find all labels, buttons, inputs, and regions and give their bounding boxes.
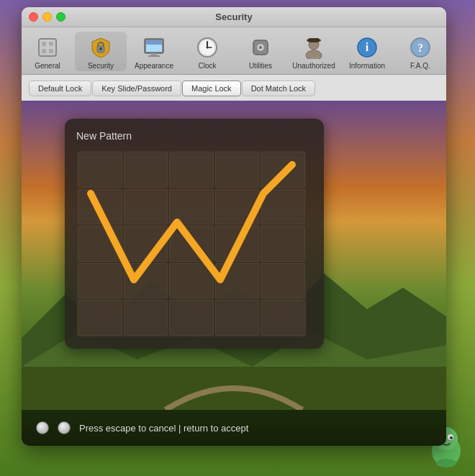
svg-rect-16 (146, 40, 162, 45)
minimize-button[interactable] (42, 12, 52, 22)
maximize-button[interactable] (56, 12, 65, 22)
grid-cell (261, 300, 305, 336)
tab-default-lock[interactable]: Default Lock (29, 81, 91, 96)
grid-cell (215, 263, 260, 299)
titlebar: Security (22, 7, 446, 27)
toolbar-item-unauthorized[interactable]: Unauthorized (288, 32, 340, 71)
security-icon (88, 35, 114, 60)
information-icon: i (354, 35, 380, 60)
svg-point-5 (450, 436, 453, 439)
status-dot-2 (58, 421, 71, 434)
status-text: Press escape to cancel | return to accep… (79, 423, 248, 434)
unauthorized-icon (301, 35, 327, 60)
pattern-panel: New Pattern (65, 119, 324, 349)
grid-cell (169, 189, 214, 225)
toolbar-item-information[interactable]: i Information (341, 32, 393, 71)
toolbar-item-security[interactable]: Security (75, 32, 127, 71)
svg-point-28 (306, 50, 322, 59)
svg-point-6 (436, 459, 456, 467)
grid-cell (78, 226, 122, 262)
clock-icon (194, 35, 220, 60)
main-window: Security General (22, 7, 446, 446)
grid-cell (124, 263, 168, 299)
toolbar-label-security: Security (88, 62, 114, 70)
grid-cell (169, 226, 214, 262)
grid-cell (169, 300, 214, 336)
svg-text:?: ? (417, 42, 423, 54)
svg-rect-9 (49, 42, 53, 46)
grid-cell (215, 226, 260, 262)
appearance-icon (141, 35, 167, 60)
general-icon (35, 35, 60, 60)
grid-cell (78, 189, 122, 225)
toolbar-label-general: General (35, 62, 60, 70)
toolbar-label-clock: Clock (198, 62, 216, 70)
svg-point-26 (259, 46, 262, 49)
toolbar-label-utilities: Utilities (249, 62, 272, 70)
grid-cell (124, 152, 168, 188)
svg-rect-30 (309, 38, 319, 42)
tab-magic-lock[interactable]: Magic Lock (182, 81, 241, 96)
grid-cell (215, 300, 260, 336)
close-button[interactable] (29, 12, 38, 22)
toolbar-item-faq[interactable]: ? F.A.Q. (394, 32, 446, 71)
window-title: Security (215, 12, 252, 22)
grid-cell (261, 263, 305, 299)
grid-cell (124, 300, 168, 336)
tab-key-slide[interactable]: Key Slide/Password (92, 81, 181, 96)
window-controls (29, 12, 65, 22)
content-area: New Pattern (22, 101, 446, 446)
toolbar-label-unauthorized: Unauthorized (292, 62, 335, 70)
svg-rect-18 (148, 55, 160, 57)
status-dot-1 (36, 421, 49, 434)
svg-text:i: i (366, 41, 369, 53)
toolbar-label-faq: F.A.Q. (410, 62, 430, 70)
pattern-grid (76, 150, 307, 337)
toolbar-label-information: Information (349, 62, 385, 70)
tab-dot-match-lock[interactable]: Dot Match Lock (242, 81, 315, 96)
grid-cell (169, 263, 214, 299)
grid-cell (261, 226, 305, 262)
pattern-title: New Pattern (76, 130, 312, 142)
svg-rect-10 (42, 49, 46, 53)
grid-cell (78, 300, 122, 336)
svg-point-13 (99, 47, 102, 50)
svg-rect-17 (151, 53, 157, 55)
utilities-icon (248, 35, 273, 60)
grid-cell (78, 152, 122, 188)
grid-cell (261, 152, 305, 188)
grid-cell (215, 152, 260, 188)
toolbar-item-appearance[interactable]: Appearance (128, 32, 180, 71)
grid-cell (78, 263, 122, 299)
faq-icon: ? (407, 35, 433, 60)
svg-rect-11 (49, 49, 53, 53)
grid-cell (169, 152, 214, 188)
svg-point-23 (207, 47, 209, 49)
toolbar-item-general[interactable]: General (22, 32, 73, 71)
grid-cell (261, 189, 305, 225)
svg-rect-8 (42, 42, 46, 46)
toolbar: General Security (22, 27, 446, 75)
svg-rect-7 (39, 39, 56, 56)
status-bar: Press escape to cancel | return to accep… (22, 410, 446, 446)
toolbar-item-clock[interactable]: Clock (181, 32, 233, 71)
grid-cell (124, 189, 168, 225)
grid-cell (124, 226, 168, 262)
toolbar-item-utilities[interactable]: Utilities (235, 32, 286, 71)
grid-cell (215, 189, 260, 225)
tabbar: Default Lock Key Slide/Password Magic Lo… (22, 75, 446, 101)
toolbar-label-appearance: Appearance (135, 62, 173, 70)
